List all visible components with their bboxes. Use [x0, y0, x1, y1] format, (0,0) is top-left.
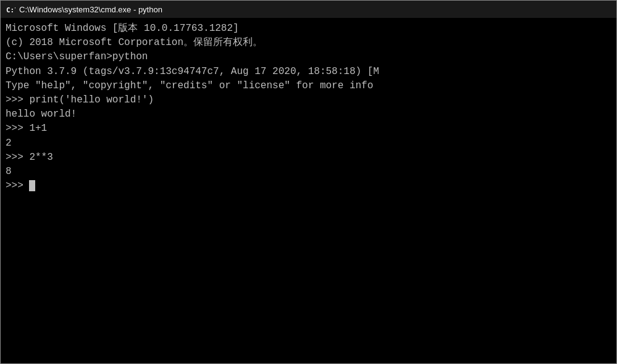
terminal-cursor: [29, 180, 35, 191]
window-title: C:\Windows\system32\cmd.exe - python: [19, 5, 162, 14]
terminal-line-12: 8: [6, 165, 611, 179]
terminal-prompt-line: >>>: [6, 179, 611, 193]
terminal-line-10: 2: [6, 136, 611, 151]
terminal-line-1: Microsoft Windows [版本 10.0.17763.1282]: [6, 22, 611, 36]
cmd-icon: C:\: [6, 4, 15, 14]
terminal-line-9: >>> 1+1: [6, 122, 611, 136]
terminal-line-8: hello world!: [6, 107, 611, 122]
terminal-line-5: Python 3.7.9 (tags/v3.7.9:13c94747c7, Au…: [6, 65, 611, 79]
terminal-body[interactable]: Microsoft Windows [版本 10.0.17763.1282](c…: [1, 18, 616, 363]
svg-text:C:\: C:\: [6, 6, 15, 14]
terminal-line-11: >>> 2**3: [6, 151, 611, 165]
title-bar: C:\ C:\Windows\system32\cmd.exe - python: [1, 1, 616, 18]
terminal-line-6: Type "help", "copyright", "credits" or "…: [6, 79, 611, 93]
terminal-line-2: (c) 2018 Microsoft Corporation。保留所有权利。: [6, 36, 611, 50]
terminal-line-7: >>> print('hello world!'): [6, 93, 611, 107]
cmd-window: C:\ C:\Windows\system32\cmd.exe - python…: [0, 0, 617, 364]
terminal-line-4: C:\Users\superfan>python: [6, 50, 611, 64]
